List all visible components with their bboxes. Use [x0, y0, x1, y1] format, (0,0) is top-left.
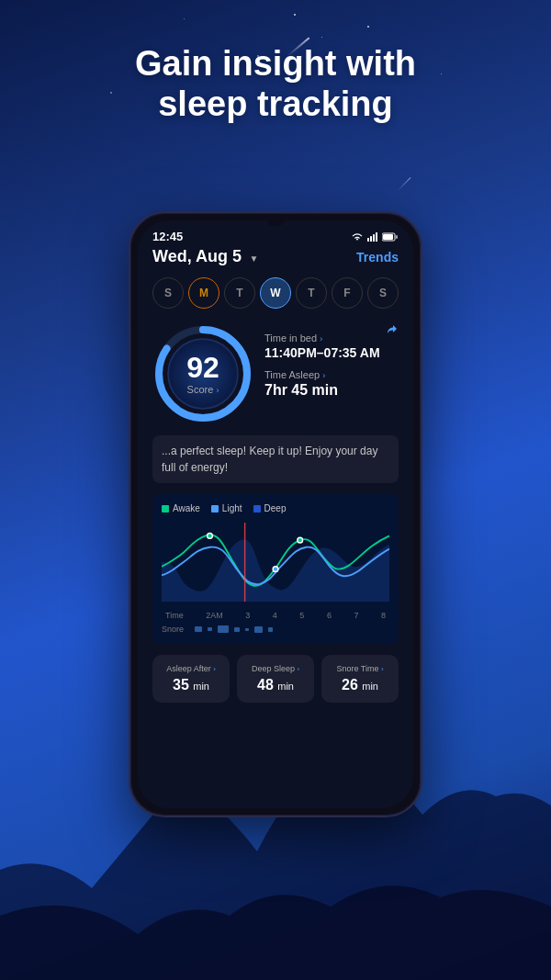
score-value: 92: [186, 353, 219, 382]
snore-time-label: Snore Time ›: [329, 664, 391, 673]
day-selector: S M T W T F S: [152, 277, 399, 309]
day-saturday[interactable]: S: [367, 277, 399, 309]
header-section: Gain insight with sleep tracking: [0, 44, 551, 124]
legend-awake: Awake: [162, 503, 200, 513]
sleep-info: Time in bed › 11:40PM–07:35 AM Time Asle…: [253, 323, 399, 408]
deep-color-dot: [253, 505, 261, 513]
svg-rect-0: [367, 238, 369, 242]
battery-icon: [382, 232, 399, 242]
time-in-bed-arrow-icon: ›: [320, 334, 322, 344]
day-sunday[interactable]: S: [152, 277, 184, 309]
snore-bar-1: [195, 626, 202, 632]
legend-deep: Deep: [253, 503, 287, 513]
time-label-6: 6: [327, 611, 332, 620]
score-label: Score ›: [186, 384, 219, 395]
svg-rect-6: [396, 235, 398, 239]
day-thursday[interactable]: T: [296, 277, 327, 309]
asleep-after-arrow-icon: ›: [213, 665, 216, 673]
time-asleep-value: 7hr 45 min: [264, 382, 399, 399]
svg-point-13: [298, 537, 303, 543]
snore-bar-2: [208, 627, 212, 631]
snore-bar-7: [268, 627, 273, 632]
wifi-icon: [351, 232, 364, 242]
snore-time-arrow-icon: ›: [381, 665, 384, 673]
chart-legend: Awake Light Deep: [162, 503, 389, 513]
time-label-time: Time: [165, 611, 184, 620]
snore-bars: [195, 624, 389, 635]
time-label-3: 3: [245, 611, 250, 620]
snore-time-value: 26 min: [329, 677, 391, 693]
svg-point-14: [273, 567, 278, 572]
current-date: Wed, Aug 5: [152, 247, 242, 265]
day-friday[interactable]: F: [332, 277, 363, 309]
sleep-chart: Awake Light Deep: [152, 494, 399, 644]
asleep-after-value: 35 min: [160, 677, 222, 693]
svg-rect-2: [373, 234, 375, 242]
time-in-bed-label[interactable]: Time in bed ›: [264, 332, 399, 344]
time-label-5: 5: [299, 611, 304, 620]
main-headline: Gain insight with sleep tracking: [0, 44, 551, 124]
sleep-chart-svg: [162, 521, 389, 603]
time-label-4: 4: [273, 611, 277, 620]
day-tuesday[interactable]: T: [224, 277, 255, 309]
deep-sleep-label: Deep Sleep ›: [244, 664, 307, 673]
svg-point-12: [208, 534, 213, 539]
awake-color-dot: [162, 505, 169, 513]
score-chevron-icon: ›: [216, 386, 219, 395]
time-label-8: 8: [381, 611, 386, 620]
snore-row: Snore: [162, 624, 389, 635]
light-color-dot: [211, 505, 219, 513]
svg-rect-3: [376, 232, 377, 242]
asleep-after-label: Asleep After ›: [160, 664, 222, 673]
time-asleep-label[interactable]: Time Asleep ›: [264, 369, 399, 380]
legend-light: Light: [211, 503, 242, 513]
date-selector[interactable]: Wed, Aug 5 ▼: [152, 247, 258, 266]
score-circle[interactable]: 92 Score ›: [152, 323, 253, 424]
signal-icon: [367, 232, 378, 242]
stat-asleep-after[interactable]: Asleep After › 35 min: [152, 655, 230, 703]
status-icons: [351, 232, 399, 242]
svg-rect-1: [370, 236, 372, 242]
snore-bar-6: [254, 626, 263, 633]
stats-row: Asleep After › 35 min Deep Sleep › 48 mi…: [152, 655, 399, 703]
legend-light-label: Light: [222, 503, 242, 513]
chart-time-labels: Time 2AM 3 4 5 6 7 8: [162, 611, 389, 620]
svg-rect-5: [383, 234, 393, 240]
day-monday[interactable]: M: [188, 277, 219, 309]
share-button[interactable]: [384, 323, 399, 342]
status-time: 12:45: [152, 230, 183, 243]
phone-screen: 12:45: [138, 220, 413, 808]
date-dropdown-icon: ▼: [249, 253, 258, 264]
day-wednesday[interactable]: W: [260, 277, 291, 309]
date-row: Wed, Aug 5 ▼ Trends: [152, 247, 399, 266]
legend-awake-label: Awake: [173, 503, 200, 513]
time-asleep-arrow-icon: ›: [322, 371, 325, 380]
legend-deep-label: Deep: [264, 503, 287, 513]
phone-frame: 12:45: [129, 211, 422, 817]
stat-deep-sleep[interactable]: Deep Sleep › 48 min: [237, 655, 314, 703]
time-label-2am: 2AM: [206, 611, 223, 620]
snore-bar-4: [234, 627, 240, 632]
snore-bar-5: [245, 628, 249, 631]
snore-label: Snore: [162, 625, 187, 634]
deep-sleep-value: 48 min: [244, 677, 307, 693]
time-label-7: 7: [354, 611, 358, 620]
score-section: 92 Score ›: [152, 323, 399, 424]
sleep-message: ...a perfect sleep! Keep it up! Enjoy yo…: [152, 435, 399, 483]
deep-sleep-arrow-icon: ›: [297, 665, 299, 673]
snore-bar-3: [218, 625, 229, 633]
trends-button[interactable]: Trends: [356, 250, 399, 265]
stat-snore-time[interactable]: Snore Time › 26 min: [321, 655, 399, 703]
time-in-bed-value: 11:40PM–07:35 AM: [264, 345, 399, 360]
